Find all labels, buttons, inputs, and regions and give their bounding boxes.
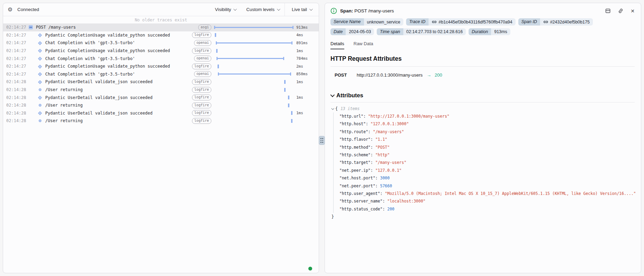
- trace-timestamp: 02:14:28: [6, 79, 28, 84]
- trace-timestamp: 02:14:28: [6, 103, 28, 108]
- trace-timeline-bar: [214, 23, 293, 31]
- link-icon[interactable]: [543, 19, 548, 24]
- json-value: "Mozilla/5.0 (Macintosh; Intel Mac OS X …: [385, 191, 636, 196]
- json-key: "net.peer.ip": [339, 168, 371, 173]
- json-attribute-line: "http.target": "/many-users": [339, 159, 635, 166]
- settings-gear-icon[interactable]: ⚙: [8, 7, 12, 12]
- json-key: "http.url": [339, 114, 363, 119]
- trace-span-name: /User returning: [45, 87, 83, 92]
- trace-tag-badge: openai: [194, 71, 211, 77]
- panel-resize-handle[interactable]: [319, 136, 325, 145]
- log-circle-icon: [39, 119, 41, 122]
- json-attribute-line: "net.peer.ip": "127.0.0.1": [339, 167, 635, 174]
- live-indicator-dot: [308, 267, 312, 270]
- trace-row[interactable]: 02:14:27 Pydantic CompletionUsage valida…: [3, 31, 319, 39]
- trace-timeline-bar: [214, 109, 293, 117]
- tab-raw-data[interactable]: Raw Data: [354, 41, 373, 49]
- trace-row[interactable]: 02:14:28 Pydantic UserDetail validate_js…: [3, 78, 319, 86]
- attributes-section-toggle[interactable]: Attributes: [330, 92, 635, 99]
- trace-duration: 1ms: [296, 111, 316, 115]
- json-attribute-line: "http.route": "/many-users": [339, 128, 635, 136]
- log-circle-icon: [39, 88, 41, 91]
- divider-rule: [330, 66, 635, 67]
- http-status-code: 200: [435, 72, 442, 78]
- trace-duration: 891ms: [296, 41, 316, 45]
- live-tail-dropdown[interactable]: Live tail: [285, 3, 319, 16]
- json-value: "localhost:3000": [387, 199, 425, 204]
- visibility-dropdown-label: Visibility: [215, 7, 231, 12]
- time-span-badge: Time span 02:14:27.703 to 02:14:28.616: [377, 28, 466, 35]
- trace-duration: 4ms: [296, 33, 316, 37]
- json-value: 3000: [380, 176, 390, 180]
- http-request-attributes-heading: HTTP Request Attributes: [330, 55, 635, 62]
- trace-row[interactable]: 02:14:27 Chat Completion with 'gpt-3.5-t…: [3, 55, 319, 62]
- trace-explorer-panel: ⚙ Connected Visibility Custom levels Liv…: [3, 3, 319, 273]
- trace-timeline-bar: [214, 62, 293, 70]
- trace-row[interactable]: 02:14:27 POST /many-users asgi 913ms: [3, 23, 319, 31]
- trace-timestamp: 02:14:28: [6, 111, 28, 116]
- trace-span-name: Pydantic UserDetail validate_json succee…: [45, 79, 153, 84]
- trace-row[interactable]: 02:14:27 Chat Completion with 'gpt-3.5-t…: [3, 39, 319, 47]
- tab-details[interactable]: Details: [330, 41, 344, 49]
- span-kind-label: Span:: [340, 8, 353, 13]
- duration-bar: [218, 65, 219, 68]
- chevron-down-icon: [233, 7, 237, 11]
- trace-timeline-bar: [214, 47, 293, 55]
- trace-span-name: Pydantic UserDetail validate_json succee…: [45, 95, 153, 100]
- split-panel-icon[interactable]: [605, 8, 611, 14]
- trace-row[interactable]: 02:14:27 Pydantic CompletionUsage valida…: [3, 62, 319, 70]
- trace-timestamp: 02:14:28: [6, 118, 28, 123]
- trace-row[interactable]: 02:14:28 /User returning logfire: [3, 101, 319, 109]
- trace-timestamp: 02:14:27: [6, 40, 28, 45]
- trace-row[interactable]: 02:14:28 /User returning logfire: [3, 86, 319, 94]
- duration-bar: [215, 33, 216, 37]
- trace-row[interactable]: 02:14:28 Pydantic UserDetail validate_js…: [3, 109, 319, 117]
- json-collapse-icon[interactable]: [331, 107, 334, 110]
- trace-tag-badge: logfire: [192, 32, 211, 38]
- copy-link-icon[interactable]: [618, 8, 624, 14]
- trace-timestamp: 02:14:27: [6, 33, 28, 38]
- close-icon[interactable]: ✕: [631, 8, 635, 14]
- duration-bar: [288, 103, 289, 107]
- custom-levels-dropdown[interactable]: Custom levels: [241, 3, 285, 16]
- duration-bar: [216, 42, 292, 43]
- trace-timestamp: 02:14:27: [6, 72, 28, 77]
- span-diamond-icon: [38, 111, 42, 115]
- duration-bar: [214, 27, 293, 28]
- http-method-row: POST http://127.0.0.1:3000/many-users → …: [330, 72, 635, 78]
- visibility-dropdown[interactable]: Visibility: [210, 3, 241, 16]
- trace-span-name: /User returning: [45, 103, 83, 108]
- trace-span-name: Chat Completion with 'gpt-3.5-turbo': [45, 40, 135, 45]
- detail-tabs: Details Raw Data: [325, 41, 641, 49]
- trace-row[interactable]: 02:14:27 Chat Completion with 'gpt-3.5-t…: [3, 70, 319, 78]
- json-attribute-line: "net.host.port": 3000: [339, 174, 635, 182]
- trace-span-name: Pydantic UserDetail validate_json succee…: [45, 111, 153, 116]
- trace-row[interactable]: 02:14:28 /User returning logfire: [3, 117, 319, 125]
- divider-rule: [330, 102, 635, 102]
- json-value: "127.0.0.1": [375, 168, 402, 173]
- collapse-minus-icon[interactable]: [29, 25, 33, 29]
- span-name: POST /many-users: [354, 8, 394, 13]
- json-close-brace: }: [331, 213, 635, 220]
- span-diamond-icon: [38, 65, 42, 68]
- span-diamond-icon: [38, 72, 42, 76]
- trace-toolbar: ⚙ Connected Visibility Custom levels Liv…: [3, 3, 319, 16]
- trace-duration: 2ms: [296, 64, 316, 69]
- trace-timestamp: 02:14:27: [6, 64, 28, 69]
- trace-tag-badge: logfire: [192, 79, 211, 85]
- trace-duration: 1ms: [296, 49, 316, 53]
- span-meta-badges: Service Name unknown_service Trace ID #b…: [325, 16, 641, 35]
- duration-bar: [291, 111, 292, 115]
- chevron-down-icon: [309, 7, 313, 11]
- trace-timeline-bar: [214, 101, 293, 109]
- http-url: http://127.0.0.1:3000/many-users: [357, 72, 423, 78]
- trace-row[interactable]: 02:14:27 Pydantic CompletionUsage valida…: [3, 47, 319, 55]
- trace-row[interactable]: 02:14:28 Pydantic UserDetail validate_js…: [3, 93, 319, 101]
- duration-bar: [284, 80, 286, 84]
- link-icon[interactable]: [432, 19, 437, 24]
- trace-timeline-bar: [214, 55, 293, 62]
- duration-bar: [218, 73, 291, 75]
- json-key: "http.route": [339, 129, 368, 134]
- trace-tag-badge: logfire: [192, 110, 211, 116]
- trace-duration: 913ms: [296, 25, 316, 30]
